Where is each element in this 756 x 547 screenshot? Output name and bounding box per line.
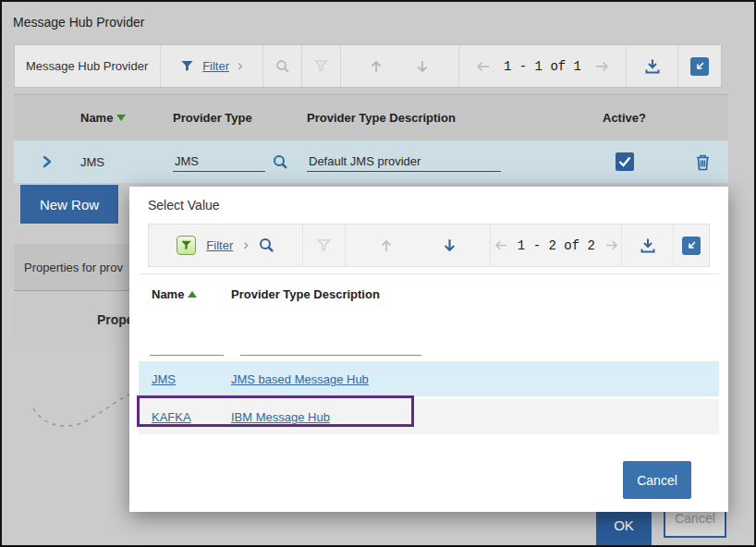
sort-asc-icon [188, 291, 197, 298]
jms-description-link[interactable]: JMS based Message Hub [231, 372, 369, 386]
dialog-toolbar: Filter › [148, 224, 710, 267]
dialog-clear-filter-icon [317, 238, 331, 252]
kafka-description-link[interactable]: IBM Message Hub [231, 410, 330, 424]
search-icon [275, 59, 290, 74]
dialog-previous-page-icon [494, 239, 508, 251]
main-toolbar: Message Hub Provider Filter › [14, 44, 722, 88]
table-row[interactable]: JMS [14, 140, 728, 183]
kafka-link[interactable]: KAFKA [152, 410, 191, 424]
column-header-provider-type[interactable]: Provider Type [173, 111, 307, 125]
dialog-row-jms[interactable]: JMS JMS based Message Hub [139, 361, 719, 396]
dialog-next-row-icon[interactable] [442, 237, 457, 253]
delete-row-icon[interactable] [695, 153, 711, 171]
download-icon[interactable] [644, 58, 661, 75]
column-header-active[interactable]: Active? [603, 111, 677, 125]
chevron-right-icon[interactable]: › [238, 57, 243, 73]
select-value-dialog: Select Value Filter › [129, 187, 728, 512]
pagination-text: 1 - 1 of 1 [504, 59, 581, 74]
next-page-icon [594, 60, 609, 73]
page-title: Message Hub Provider [13, 15, 144, 30]
description-filter-input[interactable] [240, 336, 421, 356]
dialog-collapse-table-icon[interactable] [682, 237, 701, 255]
next-row-icon [415, 59, 430, 74]
lookup-icon[interactable] [273, 154, 288, 170]
clear-filter-icon [314, 59, 328, 73]
name-filter-input[interactable] [150, 336, 224, 356]
dialog-previous-row-icon [379, 238, 394, 253]
dialog-table: Name Provider Type Description JMS JMS b… [139, 274, 719, 434]
main-table-header: Name Provider Type Provider Type Descrip… [14, 94, 728, 140]
dialog-column-header-name[interactable]: Name [139, 287, 231, 301]
dashed-curve-annotation [28, 383, 134, 438]
dialog-row-kafka[interactable]: KAFKA IBM Message Hub [139, 399, 719, 434]
dialog-download-icon[interactable] [640, 237, 656, 254]
dialog-cancel-button[interactable]: Cancel [623, 461, 691, 499]
row-expand-icon[interactable] [14, 155, 80, 168]
description-field[interactable] [307, 152, 501, 172]
filter-funnel-icon[interactable] [180, 59, 194, 73]
filter-active-icon[interactable] [177, 236, 196, 255]
dialog-search-icon[interactable] [259, 237, 274, 253]
active-checkbox[interactable] [616, 152, 634, 171]
app-window: Message Hub Provider Message Hub Provide… [0, 0, 756, 547]
row-name-value: JMS [80, 155, 173, 169]
new-row-button[interactable]: New Row [20, 185, 118, 224]
column-header-provider-type-description[interactable]: Provider Type Description [307, 111, 603, 125]
dialog-filter-link[interactable]: Filter [206, 238, 233, 252]
dialog-title: Select Value [148, 198, 220, 213]
sort-desc-icon [116, 115, 126, 121]
dialog-next-page-icon [604, 239, 618, 251]
provider-type-field[interactable] [173, 152, 265, 172]
previous-page-icon [476, 60, 491, 73]
collapse-table-icon[interactable] [690, 57, 709, 76]
previous-row-icon [369, 59, 384, 74]
dialog-pagination-text: 1 - 2 of 2 [518, 238, 595, 253]
dialog-chevron-right-icon[interactable]: › [243, 237, 249, 252]
column-header-name[interactable]: Name [80, 111, 173, 125]
filter-link[interactable]: Filter [202, 59, 229, 73]
jms-link[interactable]: JMS [152, 372, 176, 386]
dialog-column-header-description[interactable]: Provider Type Description [231, 287, 380, 301]
table-caption: Message Hub Provider [15, 45, 161, 87]
